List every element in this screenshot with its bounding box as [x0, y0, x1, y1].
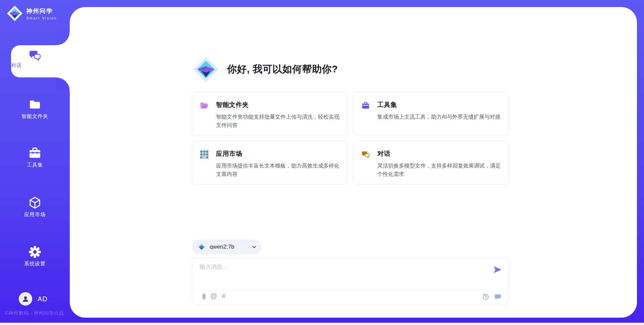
composer: @ #	[192, 257, 509, 305]
sidebar-item-settings[interactable]: 系统设置	[0, 245, 70, 267]
card-title: 智能文件夹	[216, 101, 339, 109]
history-button[interactable]	[482, 293, 489, 301]
composer-divider	[192, 290, 509, 290]
cube-icon	[28, 196, 42, 209]
sidebar-item-app-market[interactable]: 应用市场	[0, 196, 70, 218]
user-initials: AD	[38, 295, 48, 303]
card-app-market[interactable]: 应用市场 应用市场提供丰富长文本模板，助力高效生成多样化文章内容	[192, 141, 347, 185]
paperclip-icon	[200, 293, 207, 301]
hash-icon: #	[222, 292, 225, 300]
sidebar-item-label: 对话	[11, 62, 59, 69]
message-input[interactable]	[200, 263, 481, 282]
send-icon	[493, 265, 502, 274]
card-smart-folder[interactable]: 智能文件夹 智能文件夹功能支持批量文件上传与清洗，轻松实现文件问答	[192, 92, 347, 136]
model-name: qwen2:7b	[210, 244, 248, 250]
card-description: 应用市场提供丰富长文本模板，助力高效生成多样化文章内容	[216, 161, 341, 178]
folder-open-icon	[200, 101, 209, 110]
card-description: 智能文件夹功能支持批量文件上传与清洗，轻松实现文件问答	[216, 113, 341, 129]
copyright-text: ©神州数码 · 神州问学出品	[5, 310, 64, 316]
card-title: 对话	[377, 149, 500, 158]
chevron-down-icon	[252, 244, 257, 250]
brand-gem-icon	[7, 5, 23, 21]
send-button[interactable]	[493, 265, 502, 274]
sidebar-item-label: 系统设置	[0, 261, 70, 267]
model-selector[interactable]: qwen2:7b	[192, 240, 262, 254]
chat-mode-button[interactable]	[494, 293, 501, 301]
attach-button[interactable]	[200, 293, 207, 301]
card-description: 灵活切换多模型文件，支持多样回复效果调试，满足个性化需求	[377, 161, 503, 178]
brand-name: 神州问学	[26, 7, 57, 15]
active-tab-fillet-top	[56, 32, 70, 45]
chat-bubbles-icon	[29, 49, 41, 62]
greeting-gem-icon	[193, 56, 219, 82]
user-account[interactable]: AD	[19, 292, 48, 306]
card-title: 工具集	[377, 101, 500, 109]
sidebar-item-label: 工具集	[0, 162, 70, 168]
toolbox-icon	[361, 101, 370, 110]
hashtag-button[interactable]: #	[222, 292, 225, 300]
sidebar: 神州问学 Smart Vision 对话 智能文件夹 工具集	[0, 0, 70, 323]
model-gem-icon	[197, 243, 206, 251]
at-icon: @	[210, 292, 217, 300]
bottom-strip	[0, 323, 644, 325]
feature-cards: 智能文件夹 智能文件夹功能支持批量文件上传与清洗，轻松实现文件问答 工具集 集成…	[192, 92, 511, 185]
active-tab-fillet-bottom	[56, 77, 70, 91]
gear-icon	[28, 245, 42, 259]
chat-bubble-icon	[494, 293, 501, 301]
mention-button[interactable]: @	[210, 292, 217, 300]
greeting-title: 你好, 我可以如何帮助你?	[227, 63, 338, 76]
sidebar-item-smart-folder[interactable]: 智能文件夹	[0, 98, 70, 120]
card-description: 集成市场上主流工具，助力AI与外界无缝扩展与对接	[377, 113, 503, 121]
folder-icon	[28, 98, 42, 111]
card-title: 应用市场	[216, 149, 339, 158]
greeting: 你好, 我可以如何帮助你?	[193, 56, 338, 82]
sidebar-item-toolbox[interactable]: 工具集	[0, 146, 70, 168]
sidebar-item-label: 应用市场	[0, 211, 70, 218]
toolbox-icon	[28, 146, 42, 160]
brand-logo: 神州问学 Smart Vision	[7, 5, 57, 21]
person-icon	[21, 295, 30, 303]
card-chat[interactable]: 对话 灵活切换多模型文件，支持多样回复效果调试，满足个性化需求	[353, 141, 509, 185]
sidebar-item-chat[interactable]: 对话	[11, 45, 70, 77]
avatar	[19, 292, 32, 306]
chat-bubbles-icon	[361, 150, 370, 159]
history-icon	[482, 293, 489, 301]
brand-subtitle: Smart Vision	[26, 16, 57, 20]
sidebar-item-label: 智能文件夹	[0, 113, 70, 120]
app-grid-icon	[200, 150, 209, 159]
main-panel: 你好, 我可以如何帮助你? 智能文件夹 智能文件夹功能支持批量文件上传与清洗，轻…	[70, 7, 637, 318]
card-toolbox[interactable]: 工具集 集成市场上主流工具，助力AI与外界无缝扩展与对接	[353, 92, 509, 136]
